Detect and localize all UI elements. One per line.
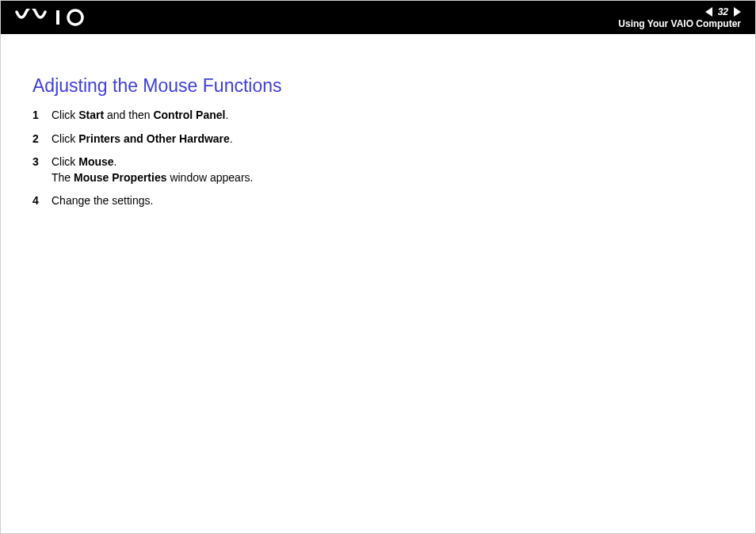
list-item: 3 Click Mouse.The Mouse Properties windo… <box>32 154 724 185</box>
list-item: 4 Change the settings. <box>32 193 724 209</box>
header-bar: 32 Using Your VAIO Computer <box>1 1 755 34</box>
step-number: 3 <box>32 154 52 170</box>
step-text: Click Mouse.The Mouse Properties window … <box>52 154 724 185</box>
step-number: 1 <box>32 108 52 124</box>
breadcrumb: Using Your VAIO Computer <box>618 18 741 29</box>
list-item: 1 Click Start and then Control Panel. <box>32 108 724 124</box>
step-text: Change the settings. <box>52 193 724 209</box>
page-nav: 32 <box>705 6 741 17</box>
svg-rect-0 <box>56 10 59 25</box>
header-right: 32 Using Your VAIO Computer <box>618 6 741 29</box>
section-title: Adjusting the Mouse Functions <box>32 75 724 97</box>
vaio-logo-icon <box>15 9 94 26</box>
prev-page-arrow-icon[interactable] <box>705 7 712 17</box>
steps-list: 1 Click Start and then Control Panel. 2 … <box>32 108 724 209</box>
page-number: 32 <box>716 6 731 17</box>
step-number: 4 <box>32 193 52 209</box>
vaio-logo <box>15 9 94 26</box>
step-number: 2 <box>32 132 52 147</box>
step-text: Click Printers and Other Hardware. <box>52 132 724 147</box>
list-item: 2 Click Printers and Other Hardware. <box>32 132 724 147</box>
step-text: Click Start and then Control Panel. <box>52 108 724 124</box>
content-area: Adjusting the Mouse Functions 1 Click St… <box>1 34 755 209</box>
next-page-arrow-icon[interactable] <box>734 7 741 17</box>
svg-point-1 <box>68 10 82 25</box>
